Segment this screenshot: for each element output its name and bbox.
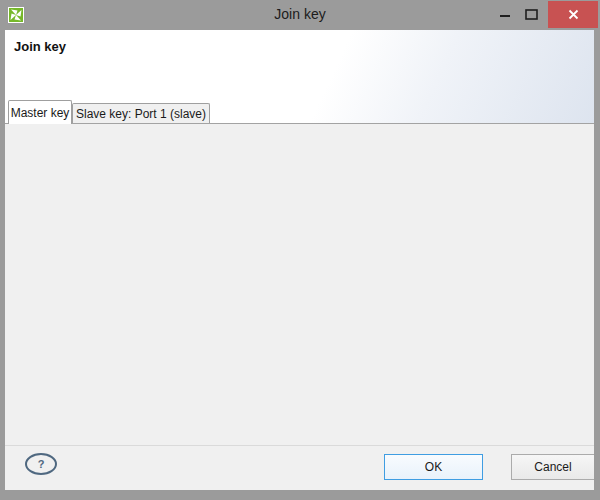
maximize-icon (525, 9, 538, 20)
ok-button[interactable]: OK (384, 454, 483, 480)
help-button[interactable]: ? (25, 453, 57, 475)
help-icon: ? (38, 458, 45, 470)
tab-master-key[interactable]: Master key (8, 100, 72, 124)
tab-label: Slave key: Port 1 (slave) (76, 107, 206, 121)
titlebar: Join key (0, 0, 600, 30)
minimize-button[interactable] (492, 0, 518, 29)
button-bar: ? OK Cancel (5, 445, 594, 490)
tab-content (5, 123, 594, 445)
join-key-dialog: Join key Join key Master key Slave key: … (0, 0, 600, 500)
maximize-button[interactable] (518, 0, 544, 29)
window-border-bottom (0, 490, 600, 500)
minimize-icon (499, 9, 511, 21)
close-icon (568, 9, 579, 20)
tab-slave-key[interactable]: Slave key: Port 1 (slave) (72, 103, 210, 123)
close-button[interactable] (548, 1, 598, 28)
dialog-title: Join key (14, 39, 66, 54)
cancel-button[interactable]: Cancel (511, 454, 595, 480)
tab-label: Master key (11, 106, 70, 120)
window-border-right (594, 30, 600, 500)
